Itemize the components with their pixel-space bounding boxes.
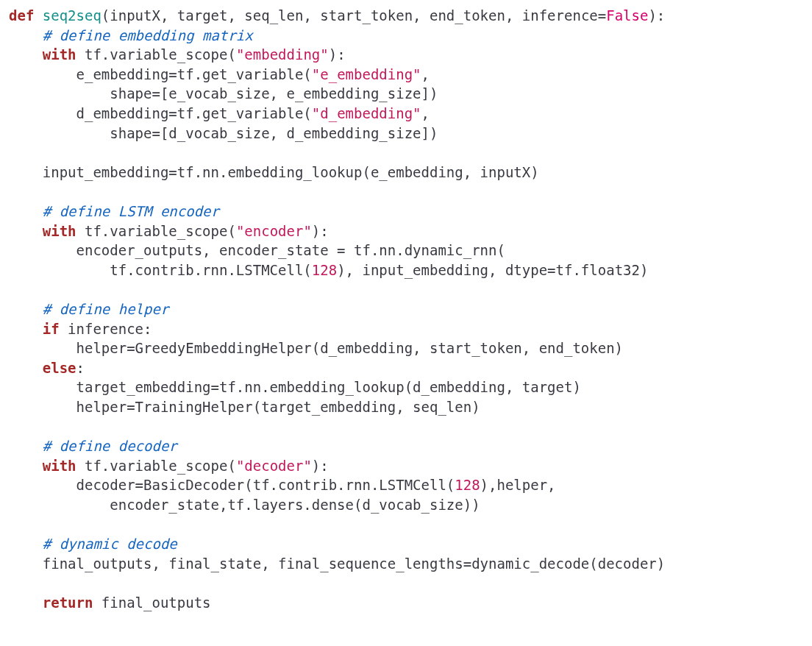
text: decoder=BasicDecoder(tf.contrib.rnn.LSTM…	[9, 477, 455, 493]
text: e_embedding=tf.get_variable(	[9, 66, 312, 82]
space	[34, 7, 42, 24]
text: ):	[312, 458, 329, 474]
text: tf.contrib.rnn.LSTMCell(	[9, 262, 312, 278]
text: encoder_state,tf.layers.dense(d_vocab_si…	[9, 497, 480, 513]
keyword-else: else	[43, 360, 76, 376]
text: input_embedding=tf.nn.embedding_lookup(e…	[9, 164, 539, 180]
paren-close: ):	[648, 7, 665, 24]
string: "embedding"	[236, 46, 329, 63]
keyword-return: return	[43, 594, 93, 611]
text: ), input_embedding, dtype=tf.float32)	[337, 262, 648, 278]
text: encoder_outputs, encoder_state = tf.nn.d…	[9, 242, 505, 258]
string: "e_embedding"	[312, 66, 421, 82]
comment: # dynamic decode	[43, 536, 177, 552]
text: ,	[421, 66, 430, 82]
keyword-with: with	[43, 458, 76, 474]
text: final_outputs, final_state, final_sequen…	[9, 556, 665, 572]
text: shape=[d_vocab_size, d_embedding_size])	[9, 125, 438, 141]
text: shape=[e_vocab_size, e_embedding_size])	[9, 85, 438, 102]
keyword-def: def	[9, 7, 34, 24]
text: ),helper,	[480, 477, 556, 493]
bool-false: False	[606, 7, 648, 24]
comment: # define embedding matrix	[43, 27, 253, 43]
text: d_embedding=tf.get_variable(	[9, 105, 312, 121]
number: 128	[455, 477, 480, 493]
number: 128	[312, 262, 337, 278]
text: inference:	[60, 321, 152, 337]
code-block: def seq2seq(inputX, target, seq_len, sta…	[0, 0, 812, 618]
keyword-with: with	[43, 223, 76, 239]
text: target_embedding=tf.nn.embedding_lookup(…	[9, 379, 581, 395]
text: tf.variable_scope(	[76, 46, 236, 63]
text: helper=TrainingHelper(target_embedding, …	[9, 399, 480, 415]
text: ):	[329, 46, 346, 63]
comment: # define helper	[43, 301, 169, 317]
text: ):	[312, 223, 329, 239]
comment: # define decoder	[43, 438, 177, 454]
text: tf.variable_scope(	[76, 223, 236, 239]
keyword-if: if	[43, 321, 60, 337]
params: (inputX, target, seq_len, start_token, e…	[102, 7, 606, 24]
text: :	[76, 360, 85, 376]
keyword-with: with	[43, 46, 76, 63]
comment: # define LSTM encoder	[43, 203, 219, 219]
text: tf.variable_scope(	[76, 458, 236, 474]
text: final_outputs	[93, 594, 210, 611]
string: "d_embedding"	[312, 105, 421, 121]
string: "encoder"	[236, 223, 312, 239]
text: helper=GreedyEmbeddingHelper(d_embedding…	[9, 340, 623, 356]
string: "decoder"	[236, 458, 312, 474]
text: ,	[421, 105, 430, 121]
function-name: seq2seq	[43, 7, 102, 24]
